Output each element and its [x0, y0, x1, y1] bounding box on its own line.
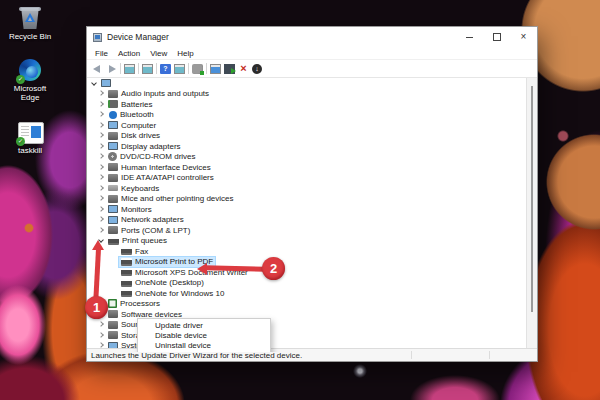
- tree-item-onenote-for-windows-10[interactable]: OneNote for Windows 10: [87, 288, 527, 299]
- help-icon[interactable]: ?: [160, 64, 171, 74]
- audio-icon: [108, 90, 118, 98]
- tree-row-content: Keyboards: [106, 183, 161, 193]
- maximize-icon: [493, 33, 501, 41]
- menu-action[interactable]: Action: [113, 49, 145, 58]
- device-tree-panel: Audio inputs and outputsBatteriesBluetoo…: [87, 78, 537, 352]
- tree-item-human-interface-devices[interactable]: Human Interface Devices: [87, 162, 527, 173]
- chevron-right-icon[interactable]: [98, 123, 103, 128]
- chevron-right-icon[interactable]: [98, 186, 103, 191]
- chevron-right-icon[interactable]: [98, 144, 103, 149]
- device-manager-icon: [93, 33, 102, 42]
- tree-item-disk-drives[interactable]: Disk drives: [87, 131, 527, 142]
- chevron-right-icon[interactable]: [98, 333, 103, 338]
- back-icon[interactable]: [92, 64, 103, 74]
- printer-icon: [121, 279, 132, 287]
- tree-item-microsoft-print-to-pdf[interactable]: Microsoft Print to PDF: [87, 257, 527, 268]
- tree-item-onenote-desktop[interactable]: OneNote (Desktop): [87, 278, 527, 289]
- ports-icon: [108, 226, 118, 234]
- menu-help[interactable]: Help: [172, 49, 198, 58]
- chevron-right-icon[interactable]: [98, 165, 103, 170]
- tree-item-bluetooth[interactable]: Bluetooth: [87, 110, 527, 121]
- chevron-right-icon[interactable]: [98, 102, 103, 107]
- chevron-right-icon[interactable]: [98, 175, 103, 180]
- chevron-right-icon[interactable]: [98, 322, 103, 327]
- chevron-right-icon[interactable]: [98, 91, 103, 96]
- uninstall-icon[interactable]: ×: [238, 64, 249, 74]
- toolbar-separator: [156, 63, 157, 74]
- console-screen-icon[interactable]: [174, 64, 185, 74]
- chevron-right-icon[interactable]: [98, 112, 103, 117]
- update-driver-icon[interactable]: [224, 64, 235, 74]
- tree-row-content: OneNote (Desktop): [119, 278, 206, 288]
- menu-item-update-driver[interactable]: Update driver: [138, 321, 270, 331]
- minimize-button[interactable]: [456, 27, 483, 47]
- tree-item-keyboards[interactable]: Keyboards: [87, 183, 527, 194]
- tree-item-monitors[interactable]: Monitors: [87, 204, 527, 215]
- step2-badge: 2: [262, 257, 285, 280]
- printer-icon: [121, 268, 132, 276]
- scan-hardware-icon[interactable]: [192, 64, 203, 74]
- chevron-right-icon[interactable]: [98, 196, 103, 201]
- tree-item-display-adapters[interactable]: Display adapters: [87, 141, 527, 152]
- tree-item-microsoft-xps-document-writer[interactable]: Microsoft XPS Document Writer: [87, 267, 527, 278]
- tree-item-computer[interactable]: Computer: [87, 120, 527, 131]
- toolbar: ?×↓: [87, 60, 537, 78]
- toolbar-separator: [120, 63, 121, 74]
- menu-file[interactable]: File: [90, 49, 113, 58]
- tree-item-label: Bluetooth: [120, 110, 154, 119]
- console-icon[interactable]: [124, 64, 135, 74]
- software-icon: [108, 310, 118, 318]
- tree-item-ports-com-lpt[interactable]: Ports (COM & LPT): [87, 225, 527, 236]
- desktop-icon-microsoft-edge[interactable]: ✓ Microsoft Edge: [2, 58, 58, 102]
- chevron-right-icon[interactable]: [98, 207, 103, 212]
- tree-item-network-adapters[interactable]: Network adapters: [87, 215, 527, 226]
- tree-row-content: Bluetooth: [106, 110, 156, 120]
- menu-item-uninstall-device[interactable]: Uninstall device: [138, 341, 270, 351]
- chevron-down-icon[interactable]: [91, 81, 96, 86]
- tree-row-content: [99, 78, 116, 88]
- tree-row-content: Monitors: [106, 204, 154, 214]
- battery-icon: [108, 100, 118, 108]
- tree-item-batteries[interactable]: Batteries: [87, 99, 527, 110]
- scrollbar-thumb[interactable]: [531, 86, 533, 312]
- console-icon[interactable]: [142, 64, 153, 74]
- device-tree: Audio inputs and outputsBatteriesBluetoo…: [87, 78, 527, 352]
- forward-icon[interactable]: [106, 64, 117, 74]
- window-title: Device Manager: [107, 32, 169, 42]
- toolbar-separator: [138, 63, 139, 74]
- title-bar[interactable]: Device Manager ×: [87, 27, 537, 47]
- tree-item-print-queues[interactable]: Print queues: [87, 236, 527, 247]
- tree-item-audio-inputs-and-outputs[interactable]: Audio inputs and outputs: [87, 89, 527, 100]
- chevron-right-icon[interactable]: [98, 133, 103, 138]
- bluetooth-icon: [109, 111, 117, 119]
- tree-root[interactable]: [87, 78, 527, 89]
- taskkill-icon: ✓: [18, 120, 42, 144]
- tree-item-processors[interactable]: Processors: [87, 299, 527, 310]
- tree-row-content: Ports (COM & LPT): [106, 225, 192, 235]
- processor-icon: [108, 299, 117, 308]
- tree-item-fax[interactable]: Fax: [87, 246, 527, 257]
- tree-row-content: OneNote for Windows 10: [119, 288, 226, 298]
- computer-screen-icon[interactable]: [210, 64, 221, 74]
- chevron-right-icon[interactable]: [98, 154, 103, 159]
- desktop-icon-recycle-bin[interactable]: Recycle Bin: [2, 6, 58, 41]
- desktop-icon-label: taskkill: [2, 146, 58, 155]
- disable-icon[interactable]: ↓: [252, 64, 262, 74]
- menu-item-disable-device[interactable]: Disable device: [138, 331, 270, 341]
- tree-item-label: Computer: [121, 121, 156, 130]
- tree-item-ide-ata-atapi-controllers[interactable]: IDE ATA/ATAPI controllers: [87, 173, 527, 184]
- desktop-icon-taskkill[interactable]: ✓ taskkill: [2, 120, 58, 155]
- chevron-right-icon[interactable]: [98, 228, 103, 233]
- vertical-scrollbar[interactable]: [526, 78, 537, 352]
- sound-icon: [108, 321, 118, 329]
- tree-row-content: DVD/CD-ROM drives: [106, 152, 198, 162]
- menu-view[interactable]: View: [145, 49, 172, 58]
- chevron-right-icon[interactable]: [98, 217, 103, 222]
- close-button[interactable]: ×: [510, 27, 537, 47]
- disk-icon: [108, 132, 118, 140]
- tree-item-dvd-cd-rom-drives[interactable]: DVD/CD-ROM drives: [87, 152, 527, 163]
- maximize-button[interactable]: [483, 27, 510, 47]
- tree-item-mice-and-other-pointing-devices[interactable]: Mice and other pointing devices: [87, 194, 527, 205]
- tree-item-label: Fax: [135, 247, 148, 256]
- tree-row-content: Audio inputs and outputs: [106, 89, 211, 99]
